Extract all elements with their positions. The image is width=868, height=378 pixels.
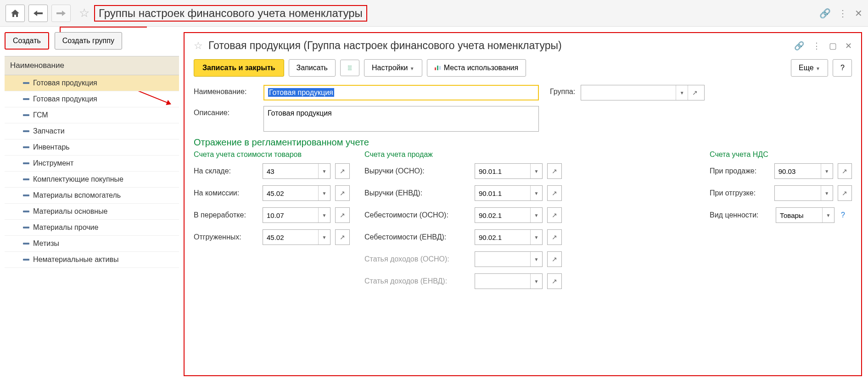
list-item[interactable]: Материалы вспомогатель — [5, 188, 179, 204]
dropdown-icon[interactable]: ▼ — [821, 186, 833, 200]
commission-input[interactable] — [263, 186, 318, 200]
list-item[interactable]: Комплектующие покупные — [5, 172, 179, 188]
favorite-star-icon[interactable]: ☆ — [194, 40, 203, 52]
list-header[interactable]: Наименование — [5, 56, 179, 75]
item-icon — [23, 98, 29, 100]
commission-select[interactable]: ▼ — [263, 185, 330, 201]
cost-osno-label: Себестоимости (ОСНО): — [364, 211, 470, 219]
forward-button[interactable] — [51, 5, 71, 22]
help-button[interactable]: ? — [833, 59, 852, 77]
item-icon — [23, 227, 29, 228]
rev-envd-select[interactable]: ▼ — [475, 185, 543, 201]
dropdown-icon[interactable]: ▼ — [530, 208, 542, 222]
vat-ship-select[interactable]: ▼ — [774, 185, 833, 201]
list-item[interactable]: Материалы прочие — [5, 220, 179, 236]
close-icon[interactable]: ✕ — [855, 8, 862, 19]
dropdown-icon[interactable]: ▼ — [822, 208, 834, 222]
maximize-icon[interactable]: ▢ — [829, 41, 837, 51]
processing-select[interactable]: ▼ — [263, 207, 330, 223]
list-item[interactable]: Инструмент — [5, 156, 179, 172]
dropdown-icon[interactable]: ▼ — [530, 230, 542, 245]
expand-icon[interactable]: ↗ — [547, 229, 562, 245]
vat-ship-input[interactable] — [775, 186, 821, 200]
expand-icon[interactable]: ↗ — [335, 229, 350, 245]
rev-osno-select[interactable]: ▼ — [475, 163, 543, 179]
create-group-button[interactable]: Создать группу — [55, 32, 122, 50]
home-button[interactable] — [6, 5, 25, 22]
dropdown-icon[interactable]: ▼ — [821, 164, 833, 178]
inc-osno-select[interactable]: ▼ — [475, 251, 543, 267]
expand-icon[interactable]: ↗ — [547, 273, 562, 289]
expand-icon[interactable]: ↗ — [547, 163, 562, 179]
item-label: Запчасти — [33, 127, 65, 135]
back-button[interactable] — [28, 5, 48, 22]
inc-osno-input[interactable] — [475, 252, 530, 267]
warehouse-select[interactable]: ▼ — [263, 163, 330, 179]
rev-envd-input[interactable] — [475, 186, 530, 200]
expand-icon[interactable]: ↗ — [547, 185, 562, 201]
shipped-select[interactable]: ▼ — [263, 229, 330, 245]
dropdown-icon[interactable]: ▼ — [318, 186, 330, 200]
dropdown-icon[interactable]: ▼ — [530, 164, 542, 178]
warehouse-input[interactable] — [263, 164, 318, 178]
expand-icon[interactable]: ↗ — [688, 85, 701, 100]
list-item[interactable]: Готовая продукция — [5, 75, 179, 91]
link-icon[interactable]: 🔗 — [794, 41, 804, 51]
list-item[interactable]: Материалы основные — [5, 204, 179, 220]
sub-sales-title: Счета учета продаж — [364, 150, 589, 159]
link-icon[interactable]: 🔗 — [819, 8, 831, 19]
usage-button[interactable]: Места использования — [427, 59, 526, 77]
rev-osno-input[interactable] — [475, 164, 530, 178]
dropdown-icon[interactable]: ▼ — [318, 230, 330, 245]
value-type-select[interactable]: ▼ — [776, 207, 834, 223]
list-item[interactable]: Запчасти — [5, 123, 179, 139]
report-icon-button[interactable] — [340, 60, 359, 76]
value-type-input[interactable] — [776, 208, 822, 222]
vat-sale-input[interactable] — [775, 164, 821, 178]
cost-envd-input[interactable] — [475, 230, 530, 245]
favorite-star-icon[interactable]: ☆ — [79, 6, 90, 20]
dropdown-icon[interactable]: ▼ — [318, 208, 330, 222]
vat-sale-select[interactable]: ▼ — [774, 163, 833, 179]
expand-icon[interactable]: ↗ — [335, 185, 350, 201]
expand-icon[interactable]: ↗ — [547, 207, 562, 223]
dropdown-icon[interactable]: ▼ — [530, 274, 542, 289]
expand-icon[interactable]: ↗ — [547, 251, 562, 267]
settings-button[interactable]: Настройки ▼ — [364, 59, 422, 77]
help-icon[interactable]: ? — [841, 211, 845, 219]
kebab-menu-icon[interactable]: ⋮ — [812, 41, 821, 51]
list-item[interactable]: Инвентарь — [5, 139, 179, 156]
dropdown-icon[interactable]: ▼ — [530, 252, 542, 267]
processing-label: В переработке: — [194, 211, 258, 219]
shipped-input[interactable] — [263, 230, 318, 245]
sub-cost-title: Счета учета стоимости товаров — [194, 150, 350, 159]
detail-panel: ☆ Готовая продукция (Группа настроек фин… — [184, 32, 862, 376]
group-input[interactable] — [581, 85, 676, 100]
expand-icon[interactable]: ↗ — [838, 163, 852, 179]
list-item[interactable]: Готовая продукция — [5, 91, 179, 107]
list-item[interactable]: Метизы — [5, 236, 179, 252]
expand-icon[interactable]: ↗ — [335, 163, 350, 179]
dropdown-icon[interactable]: ▼ — [318, 164, 330, 178]
processing-input[interactable] — [263, 208, 318, 222]
dropdown-icon[interactable]: ▼ — [676, 85, 688, 100]
group-select[interactable]: ▼ ↗ — [581, 85, 705, 100]
kebab-menu-icon[interactable]: ⋮ — [838, 8, 847, 19]
name-input[interactable]: Готовая продукция — [263, 85, 539, 100]
desc-textarea[interactable] — [263, 106, 539, 132]
save-button[interactable]: Записать — [289, 59, 336, 77]
expand-icon[interactable]: ↗ — [838, 185, 852, 201]
cost-osno-input[interactable] — [475, 208, 530, 222]
close-icon[interactable]: ✕ — [845, 41, 852, 51]
create-button[interactable]: Создать — [5, 32, 49, 50]
expand-icon[interactable]: ↗ — [335, 207, 350, 223]
cost-osno-select[interactable]: ▼ — [475, 207, 543, 223]
dropdown-icon[interactable]: ▼ — [530, 186, 542, 200]
inc-envd-select[interactable]: ▼ — [475, 273, 543, 289]
list-item[interactable]: Нематериальные активы — [5, 252, 179, 268]
list-item[interactable]: ГСМ — [5, 107, 179, 123]
cost-envd-select[interactable]: ▼ — [475, 229, 543, 245]
more-button[interactable]: Еще ▼ — [791, 59, 828, 77]
inc-envd-input[interactable] — [475, 274, 530, 289]
save-close-button[interactable]: Записать и закрыть — [194, 59, 284, 77]
